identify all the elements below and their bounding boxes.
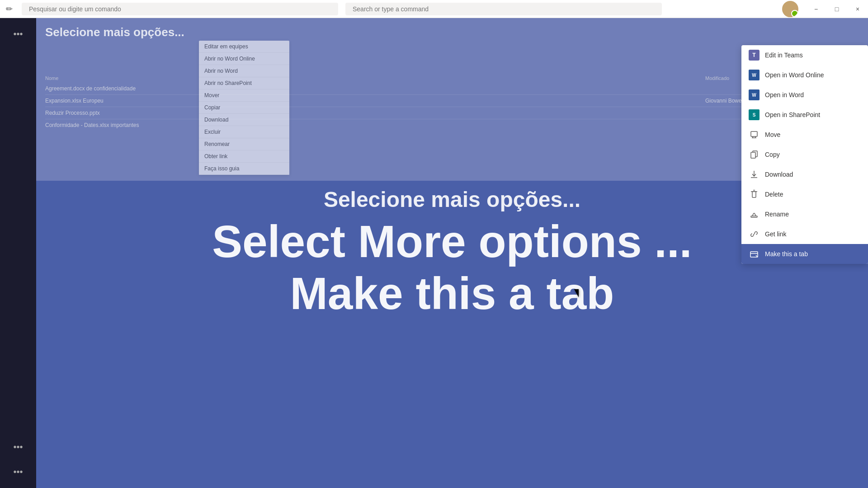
window-controls: − □ × [806, 0, 868, 18]
menu-item-copy[interactable]: Copy [741, 145, 868, 164]
menu-item-get-link[interactable]: Get link [741, 224, 868, 244]
menu-item-edit-in-teams[interactable]: T Edit in Teams [741, 45, 868, 65]
svg-rect-7 [751, 152, 755, 158]
menu-label-rename: Rename [765, 211, 789, 218]
pt-col-name-label2 [63, 75, 705, 81]
close-button[interactable]: × [847, 0, 868, 18]
pt-row-2: Expansion.xlsx Europeu Giovanni Bowen 00… [45, 95, 859, 107]
sidebar-dots-mid[interactable]: ••• [13, 442, 23, 452]
pt-title-top: Selecione mais opções... [45, 25, 859, 39]
menu-label-download: Download [765, 171, 793, 178]
menu-label-edit-in-teams: Edit in Teams [765, 52, 803, 59]
cursor [574, 289, 579, 297]
delete-icon [749, 189, 760, 200]
menu-label-get-link: Get link [765, 230, 786, 238]
word-icon: W [749, 89, 760, 100]
sidebar-dots-bot[interactable]: ••• [13, 467, 23, 477]
svg-rect-10 [752, 192, 756, 197]
menu-item-open-word[interactable]: W Open in Word [741, 85, 868, 105]
context-menu: T Edit in Teams W Open in Word Online W … [741, 45, 868, 264]
rename-icon [749, 209, 760, 220]
pt-col-name-label: Nome [45, 75, 63, 81]
edit-icon: ✏ [0, 0, 18, 18]
sidebar: ••• ••• ••• [0, 18, 36, 488]
menu-label-open-sharepoint: Open in SharePoint [765, 111, 820, 118]
menu-item-open-sharepoint[interactable]: S Open in SharePoint [741, 105, 868, 125]
bg-menu-item-5: Mover [199, 89, 289, 102]
overlay-large-text2: Make this a tab [290, 267, 614, 319]
download-icon [749, 169, 760, 180]
bg-menu-item-4: Abrir no SharePoint [199, 77, 289, 89]
titlebar: ✏ − □ × [0, 0, 868, 18]
sidebar-dots-top[interactable]: ••• [13, 29, 23, 39]
bg-menu-item-11: Faça isso guia [199, 163, 289, 175]
bg-context-menu: Editar em equipes Abrir no Word Online A… [199, 41, 289, 175]
svg-point-0 [787, 4, 794, 11]
command-input[interactable] [345, 3, 662, 15]
svg-line-14 [752, 213, 754, 216]
teams-icon: T [749, 50, 760, 61]
menu-item-move[interactable]: Move [741, 125, 868, 145]
bg-menu-item-1: Editar em equipes [199, 41, 289, 53]
word-online-icon: W [749, 70, 760, 80]
bg-menu-item-7: Download [199, 114, 289, 126]
search-input[interactable] [22, 3, 338, 15]
menu-label-delete: Delete [765, 191, 783, 198]
bg-menu-item-2: Abrir no Word Online [199, 53, 289, 65]
move-icon [749, 129, 760, 140]
maximize-button[interactable]: □ [826, 0, 847, 18]
menu-label-make-tab: Make this a tab [765, 250, 808, 258]
bg-menu-item-8: Excluir [199, 126, 289, 138]
bg-menu-item-3: Abrir no Word [199, 65, 289, 77]
overlay-small-text: Selecione mais opções... [324, 187, 580, 212]
pt-row-1: Agreement.docx de confidencialidade Giov… [45, 83, 859, 95]
overlay-large-text: Select More options ... [212, 216, 692, 267]
menu-label-move: Move [765, 131, 780, 138]
bg-menu-item-6: Copiar [199, 102, 289, 114]
menu-item-open-word-online[interactable]: W Open in Word Online [741, 65, 868, 85]
menu-label-open-word: Open in Word [765, 91, 804, 99]
bg-menu-item-9: Renomear [199, 138, 289, 150]
menu-item-rename[interactable]: Rename [741, 204, 868, 224]
menu-label-copy: Copy [765, 151, 780, 158]
main-content: Selecione mais opções... Select More opt… [0, 18, 868, 488]
menu-item-delete[interactable]: Delete [741, 184, 868, 204]
svg-rect-2 [751, 131, 757, 136]
menu-item-make-tab[interactable]: Make this a tab [741, 244, 868, 264]
minimize-button[interactable]: − [806, 0, 826, 18]
link-icon [749, 229, 760, 239]
avatar [782, 1, 798, 17]
menu-label-open-word-online: Open in Word Online [765, 71, 824, 79]
svg-line-15 [755, 213, 756, 216]
copy-icon [749, 149, 760, 160]
pt-row-3: Reduzir Processo.pptx Giovanni Bowe [45, 107, 859, 119]
tab-icon [749, 249, 760, 259]
svg-point-1 [784, 11, 797, 17]
sharepoint-icon: S [749, 109, 760, 120]
menu-item-download[interactable]: Download [741, 164, 868, 184]
bg-menu-item-10: Obter link [199, 150, 289, 163]
pt-row-4: Conformidade - Dates.xlsx importantes Gi… [45, 119, 859, 131]
svg-rect-13 [751, 216, 757, 217]
